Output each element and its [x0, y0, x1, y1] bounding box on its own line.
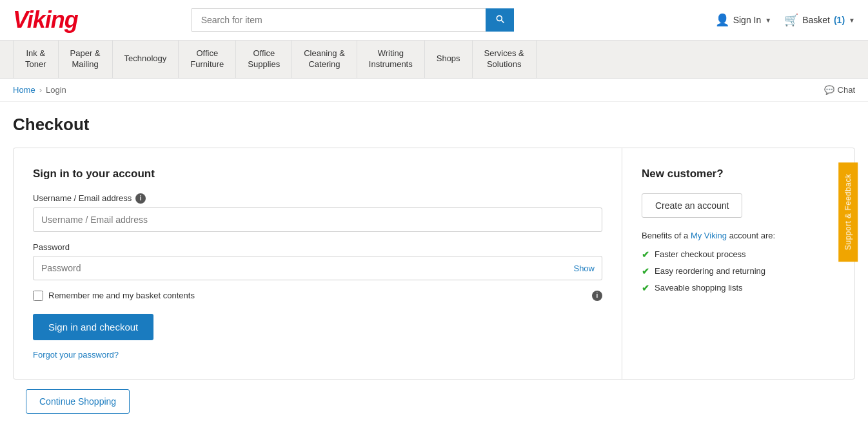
password-wrapper: Show [33, 256, 602, 280]
sign-in-chevron-icon: ▼ [765, 17, 771, 24]
benefit-label-3: Saveable shopping lists [655, 283, 743, 293]
header: Viking 👤 Sign In ▼ 🛒 Basket (1) ▼ [0, 0, 868, 41]
breadcrumb: Home › Login 💬 Chat [0, 79, 868, 102]
continue-shopping-button[interactable]: Continue Shopping [26, 389, 130, 414]
search-button[interactable] [486, 8, 514, 32]
nav-item-paper-mailing[interactable]: Paper &Mailing [59, 41, 113, 78]
page-title: Checkout [0, 102, 868, 141]
sign-in-label: Sign In [733, 15, 762, 25]
nav-item-shops[interactable]: Shops [425, 41, 473, 78]
benefit-item-2: ✔ Easy reordering and returning [642, 266, 835, 276]
nav-item-office-furniture[interactable]: OfficeFurniture [179, 41, 236, 78]
person-icon: 👤 [715, 13, 729, 27]
nav-item-cleaning-catering[interactable]: Cleaning &Catering [292, 41, 357, 78]
username-info-icon[interactable]: i [135, 193, 146, 204]
remember-checkbox[interactable] [33, 291, 43, 301]
nav-item-technology[interactable]: Technology [113, 41, 179, 78]
benefit-item-1: ✔ Faster checkout process [642, 249, 835, 260]
breadcrumb-current: Login [46, 85, 66, 95]
forgot-password-link[interactable]: Forgot your password? [33, 350, 119, 360]
nav-item-services-solutions[interactable]: Services &Solutions [473, 41, 537, 78]
show-password-button[interactable]: Show [573, 263, 595, 273]
nav-bar: Ink &Toner Paper &Mailing Technology Off… [0, 41, 868, 79]
benefit-label-1: Faster checkout process [655, 249, 746, 259]
main-content: Sign in to your account Username / Email… [0, 141, 868, 424]
check-icon-2: ✔ [642, 266, 649, 276]
basket-count: (1) [834, 15, 845, 25]
search-bar [192, 8, 514, 32]
header-right: 👤 Sign In ▼ 🛒 Basket (1) ▼ [715, 13, 855, 27]
sign-in-button[interactable]: 👤 Sign In ▼ [715, 13, 772, 27]
search-input[interactable] [192, 8, 486, 32]
search-icon [495, 14, 505, 24]
nav-item-office-supplies[interactable]: OfficeSupplies [236, 41, 292, 78]
chat-label: Chat [838, 85, 855, 95]
signin-panel: Sign in to your account Username / Email… [14, 148, 622, 379]
benefit-item-3: ✔ Saveable shopping lists [642, 283, 835, 293]
signin-checkout-button[interactable]: Sign in and checkout [33, 314, 153, 340]
create-account-button[interactable]: Create an account [642, 193, 742, 218]
nav-item-ink-toner[interactable]: Ink &Toner [13, 41, 59, 78]
nav-item-writing-instruments[interactable]: WritingInstruments [357, 41, 425, 78]
username-input[interactable] [33, 207, 602, 232]
basket-chevron-icon: ▼ [849, 17, 855, 24]
check-icon-3: ✔ [642, 283, 649, 293]
bottom-bar: Continue Shopping [13, 380, 855, 423]
breadcrumb-separator: › [39, 85, 42, 95]
chat-link[interactable]: 💬 Chat [824, 85, 855, 95]
feedback-tab[interactable]: Support & Feedback [838, 162, 858, 262]
new-customer-heading: New customer? [642, 168, 835, 180]
basket-button[interactable]: 🛒 Basket (1) ▼ [784, 13, 855, 27]
basket-label: Basket [802, 15, 830, 25]
signin-heading: Sign in to your account [33, 168, 602, 180]
chat-bubble-icon: 💬 [824, 85, 834, 95]
remember-label: Remember me and my basket contents [48, 291, 195, 300]
cart-icon: 🛒 [784, 13, 798, 27]
breadcrumb-home[interactable]: Home [13, 85, 35, 95]
username-label: Username / Email address i [33, 193, 602, 204]
remember-row: Remember me and my basket contents i [33, 291, 602, 301]
checkout-panel: Sign in to your account Username / Email… [13, 148, 855, 380]
check-icon-1: ✔ [642, 249, 649, 260]
benefit-label-2: Easy reordering and returning [655, 266, 765, 276]
password-input[interactable] [33, 256, 602, 280]
benefits-intro: Benefits of a My Viking account are: [642, 231, 835, 240]
my-viking-link[interactable]: My Viking [691, 231, 727, 240]
remember-info-icon[interactable]: i [592, 291, 602, 301]
password-label: Password [33, 242, 602, 252]
logo[interactable]: Viking [13, 6, 78, 34]
new-customer-panel: New customer? Create an account Benefits… [622, 148, 854, 379]
